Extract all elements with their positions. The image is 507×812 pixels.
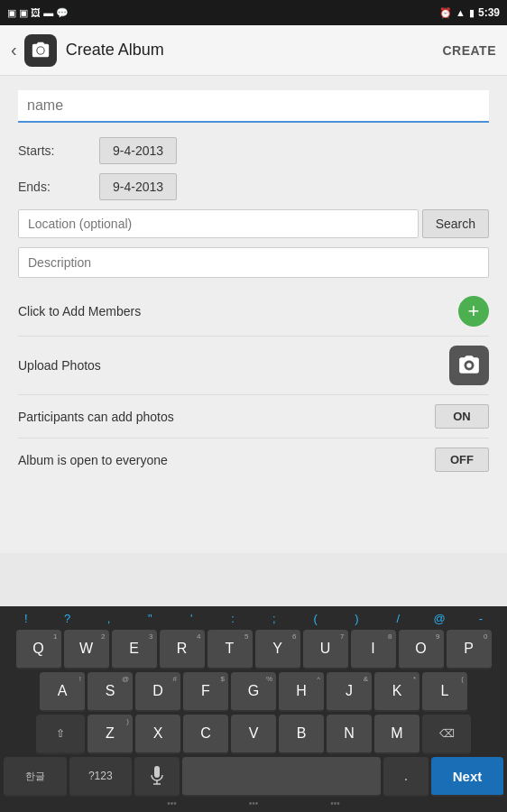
starts-row: Starts: 9-4-2013 xyxy=(18,137,489,164)
add-members-button[interactable]: + xyxy=(458,296,489,327)
dot-right: ••• xyxy=(330,798,340,808)
keyboard-row-2: !A @S #D $F %G ^H &J *K (L xyxy=(2,672,505,712)
location-row: Search xyxy=(18,209,489,238)
key-k[interactable]: *K xyxy=(374,672,419,712)
sym-key-comma[interactable]: , xyxy=(97,610,122,627)
camera-app-icon xyxy=(31,41,51,60)
key-t[interactable]: 5T xyxy=(207,630,253,669)
status-bar-right: ⏰ ▲ ▮ 5:39 xyxy=(439,6,500,19)
name-input-wrapper xyxy=(18,90,489,123)
dot-left: ••• xyxy=(167,798,177,808)
key-d[interactable]: #D xyxy=(135,672,180,712)
period-key[interactable]: . xyxy=(383,757,429,797)
sym-key-question[interactable]: ? xyxy=(55,610,80,627)
svg-point-1 xyxy=(466,363,471,367)
back-button[interactable]: ‹ xyxy=(11,40,17,60)
add-members-row: Click to Add Members + xyxy=(18,287,489,337)
status-time: 5:39 xyxy=(478,6,500,19)
sym-key-colon[interactable]: : xyxy=(220,610,245,627)
spacer xyxy=(0,499,507,553)
key-q[interactable]: 1Q xyxy=(16,630,61,669)
alarm-icon: ⏰ xyxy=(439,7,452,19)
app-bar: ‹ Create Album CREATE xyxy=(0,25,507,76)
sym-key-semicolon[interactable]: ; xyxy=(262,610,287,627)
album-open-row: Album is open to everyone OFF xyxy=(18,438,489,481)
name-input[interactable] xyxy=(18,90,489,121)
sym-key-dash[interactable]: - xyxy=(468,610,493,627)
key-a[interactable]: !A xyxy=(40,672,85,712)
key-b[interactable]: B xyxy=(279,715,324,754)
key-w[interactable]: 2W xyxy=(64,630,109,669)
key-j[interactable]: &J xyxy=(327,672,372,712)
ends-label: Ends: xyxy=(18,180,99,194)
participants-toggle[interactable]: ON xyxy=(435,404,489,429)
create-button[interactable]: CREATE xyxy=(442,43,496,58)
sym-key-lparen[interactable]: ( xyxy=(303,610,328,627)
key-o[interactable]: 9O xyxy=(399,630,444,669)
dot-center: ••• xyxy=(249,798,259,808)
keyboard: ! ? , " ' : ; ( ) / @ - 1Q 2W 3E 4R 5T 6… xyxy=(0,606,507,812)
key-s[interactable]: @S xyxy=(88,672,133,712)
bottom-dots: ••• ••• ••• xyxy=(2,797,505,810)
key-p[interactable]: 0P xyxy=(447,630,492,669)
starts-label: Starts: xyxy=(18,143,99,158)
key-v[interactable]: V xyxy=(231,715,276,754)
camera-upload-icon xyxy=(457,354,481,377)
ends-row: Ends: 9-4-2013 xyxy=(18,173,489,200)
upload-photos-row: Upload Photos xyxy=(18,337,489,395)
svg-rect-2 xyxy=(154,766,160,778)
key-i[interactable]: 8I xyxy=(351,630,396,669)
key-r[interactable]: 4R xyxy=(160,630,205,669)
key-u[interactable]: 7U xyxy=(303,630,348,669)
mic-key[interactable] xyxy=(134,757,180,797)
wifi-icon: ▲ xyxy=(456,7,466,18)
shift-key[interactable]: ⇧ xyxy=(36,715,85,754)
num-key[interactable]: ?123 xyxy=(69,757,133,797)
key-x[interactable]: X xyxy=(135,715,180,754)
keyboard-bottom-row: 한글 ?123 . Next xyxy=(2,757,505,797)
status-bar: ▣ ▣ 🖼 ▬ 💬 ⏰ ▲ ▮ 5:39 xyxy=(0,0,507,25)
album-open-label: Album is open to everyone xyxy=(18,453,435,467)
sym-key-quote[interactable]: " xyxy=(137,610,162,627)
sym-key-rparen[interactable]: ) xyxy=(345,610,370,627)
add-members-label: Click to Add Members xyxy=(18,304,458,318)
key-c[interactable]: C xyxy=(183,715,228,754)
key-y[interactable]: 6Y xyxy=(255,630,300,669)
sym-key-at[interactable]: @ xyxy=(427,610,452,627)
upload-photos-label: Upload Photos xyxy=(18,358,449,373)
key-n[interactable]: N xyxy=(327,715,372,754)
page-title: Create Album xyxy=(66,41,443,60)
sym-key-slash[interactable]: / xyxy=(385,610,410,627)
key-m[interactable]: M xyxy=(374,715,419,754)
key-l[interactable]: (L xyxy=(422,672,467,712)
symbols-row: ! ? , " ' : ; ( ) / @ - xyxy=(2,610,505,627)
album-open-toggle[interactable]: OFF xyxy=(435,448,489,472)
ends-date[interactable]: 9-4-2013 xyxy=(99,173,177,200)
search-button[interactable]: Search xyxy=(422,209,489,238)
mic-icon xyxy=(150,766,164,786)
sym-key-exclaim[interactable]: ! xyxy=(14,610,39,627)
keyboard-row-1: 1Q 2W 3E 4R 5T 6Y 7U 8I 9O 0P xyxy=(2,630,505,669)
key-e[interactable]: 3E xyxy=(112,630,157,669)
keyboard-row-3: ⇧ )Z X C V B N M ⌫ xyxy=(2,715,505,754)
participants-label: Participants can add photos xyxy=(18,410,435,424)
backspace-key[interactable]: ⌫ xyxy=(422,715,471,754)
key-g[interactable]: %G xyxy=(231,672,276,712)
plus-icon: + xyxy=(468,301,480,321)
key-f[interactable]: $F xyxy=(183,672,228,712)
description-input[interactable] xyxy=(18,247,489,278)
starts-date[interactable]: 9-4-2013 xyxy=(99,137,177,164)
participants-row: Participants can add photos ON xyxy=(18,395,489,438)
space-key[interactable] xyxy=(182,757,381,797)
lang-key[interactable]: 한글 xyxy=(4,757,67,797)
notification-icons: ▣ ▣ 🖼 ▬ 💬 xyxy=(7,7,69,19)
key-z[interactable]: )Z xyxy=(88,715,133,754)
svg-point-0 xyxy=(37,47,43,53)
app-icon xyxy=(24,34,57,67)
battery-icon: ▮ xyxy=(469,7,475,19)
location-input[interactable] xyxy=(18,209,419,238)
sym-key-apostrophe[interactable]: ' xyxy=(179,610,204,627)
key-h[interactable]: ^H xyxy=(279,672,324,712)
upload-photos-button[interactable] xyxy=(449,346,489,385)
next-key[interactable]: Next xyxy=(431,757,503,797)
